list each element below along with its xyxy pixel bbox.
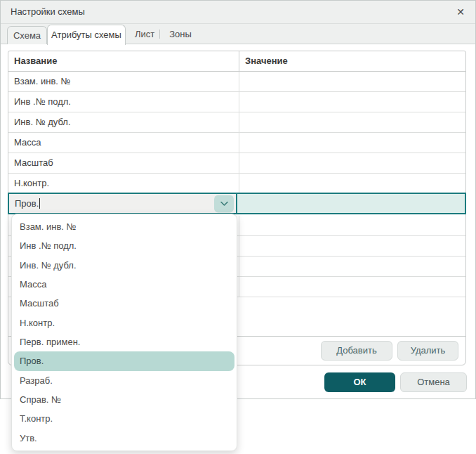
table-row: Масса	[8, 133, 465, 153]
attribute-value-cell[interactable]	[239, 153, 465, 173]
dropdown-item[interactable]: Взам. инв. №	[14, 217, 234, 236]
dropdown-item[interactable]: Т.контр.	[14, 409, 234, 428]
dropdown-item[interactable]: Н.контр.	[14, 313, 234, 332]
cancel-button[interactable]: Отмена	[400, 372, 467, 392]
dialog-titlebar: Настройки схемы ✕	[1, 1, 475, 24]
attribute-edit-row: Пров.	[8, 193, 466, 214]
dropdown-item[interactable]: Перв. примен.	[14, 332, 234, 351]
attribute-value-cell[interactable]	[239, 112, 465, 132]
ok-button[interactable]: ОК	[324, 372, 395, 392]
dialog-title: Настройки схемы	[11, 1, 85, 23]
column-header-value: Значение	[239, 51, 465, 71]
table-row: Н.контр.	[8, 174, 465, 194]
attribute-value-cell[interactable]	[239, 236, 465, 256]
attribute-value-cell[interactable]	[239, 216, 465, 235]
attribute-name-cell[interactable]: Н.контр.	[8, 174, 239, 193]
attribute-name-cell[interactable]: Инв. № дубл.	[8, 112, 239, 132]
attribute-value-cell[interactable]	[239, 174, 465, 193]
text-caret	[39, 198, 40, 209]
table-row: Взам. инв. №	[8, 72, 465, 92]
combobox-value: Пров.	[15, 198, 39, 209]
close-icon[interactable]: ✕	[451, 4, 470, 20]
chevron-down-icon	[220, 201, 228, 206]
attribute-name-cell[interactable]: Масштаб	[8, 153, 239, 173]
table-row: Масштаб	[8, 153, 465, 174]
attribute-value-cell[interactable]	[239, 257, 465, 276]
column-header-name: Название	[8, 51, 239, 71]
tab-zones[interactable]: Зоны	[162, 24, 199, 44]
table-row: Инв. № дубл.	[8, 112, 465, 133]
tab-sheet[interactable]: Лист	[128, 24, 161, 44]
table-row: Инв .№ подл.	[8, 92, 465, 112]
tab-strip: Схема Атрибуты схемы Лист Зоны	[1, 24, 475, 44]
attribute-value-cell-active[interactable]	[237, 194, 465, 213]
attribute-value-cell[interactable]	[239, 133, 465, 153]
dropdown-item[interactable]: Справ. №	[14, 390, 234, 409]
attribute-value-cell[interactable]	[239, 277, 465, 297]
tab-separator	[159, 30, 160, 39]
dropdown-item[interactable]: Утв.	[14, 429, 234, 448]
table-header-row: Название Значение	[8, 51, 465, 72]
dropdown-item[interactable]: Инв. № дубл.	[14, 256, 234, 275]
add-button[interactable]: Добавить	[321, 341, 392, 361]
attribute-value-cell[interactable]	[239, 92, 465, 112]
tab-scheme-attributes[interactable]: Атрибуты схемы	[47, 25, 126, 45]
combobox-dropdown-button[interactable]	[214, 195, 234, 212]
attribute-name-cell[interactable]: Взам. инв. №	[8, 72, 239, 91]
dropdown-item[interactable]: Инв .№ подл.	[14, 236, 234, 255]
attribute-name-cell[interactable]: Масса	[8, 133, 239, 153]
dropdown-item[interactable]: Разраб.	[14, 371, 234, 390]
delete-button[interactable]: Удалить	[397, 341, 458, 361]
attribute-name-combobox[interactable]: Пров.	[9, 194, 237, 213]
attribute-name-cell[interactable]: Инв .№ подл.	[8, 92, 239, 112]
dropdown-item[interactable]: Пров.	[14, 351, 234, 370]
attribute-dropdown-list: Взам. инв. №Инв .№ подл.Инв. № дубл.Масс…	[11, 214, 237, 451]
table-rows: Взам. инв. №Инв .№ подл.Инв. № дубл.Масс…	[8, 72, 465, 194]
attribute-value-cell[interactable]	[239, 72, 465, 91]
dropdown-item[interactable]: Масштаб	[14, 294, 234, 313]
dropdown-item[interactable]: Масса	[14, 275, 234, 294]
tab-scheme[interactable]: Схема	[7, 26, 47, 44]
